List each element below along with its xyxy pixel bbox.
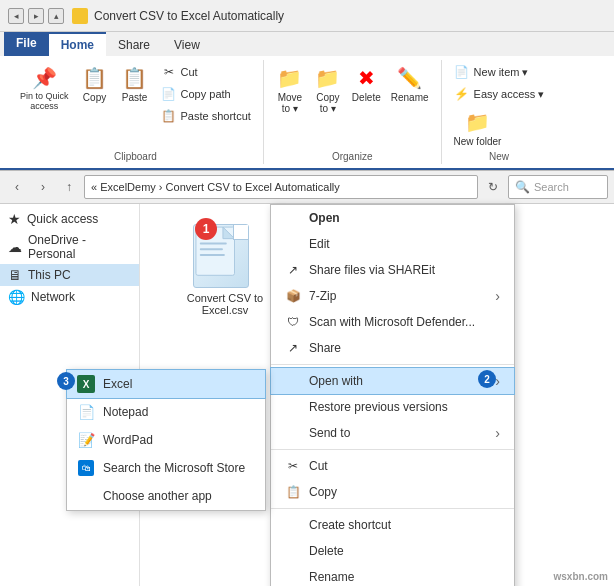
title-bar-controls[interactable]: ◂ ▸ ▴ — [8, 8, 64, 24]
clipboard-buttons: 📌 Pin to Quickaccess 📋 Copy 📋 Paste ✂ — [16, 62, 255, 149]
ctx-7zip-label: 7-Zip — [309, 289, 336, 303]
sidebar-item-this-pc-label: This PC — [28, 268, 71, 282]
watermark: wsxbn.com — [554, 571, 608, 582]
copy-to-icon: 📁 — [314, 64, 342, 92]
back-button[interactable]: ‹ — [6, 176, 28, 198]
submenu-notepad[interactable]: 📄 Notepad — [67, 398, 265, 426]
ctx-restore[interactable]: Restore previous versions — [271, 394, 514, 420]
quick-access-toolbar-up[interactable]: ▴ — [48, 8, 64, 24]
rename-button[interactable]: ✏️ Rename — [387, 62, 433, 105]
ctx-shareit-label: Share files via SHAREit — [309, 263, 435, 277]
tab-view[interactable]: View — [162, 32, 212, 56]
copy-path-button[interactable]: 📄 Copy path — [157, 84, 255, 104]
new-folder-label: New folder — [454, 136, 502, 147]
file-area: 1 — [140, 204, 614, 586]
move-to-button[interactable]: 📁 Moveto ▾ — [272, 62, 308, 116]
delete-label: Delete — [352, 92, 381, 103]
search-box[interactable]: 🔍 Search — [508, 175, 608, 199]
ctx-open-with[interactable]: Open with 2 — [271, 368, 514, 394]
new-item-icon: 📄 — [454, 64, 470, 80]
ctx-rename-label: Rename — [309, 570, 354, 584]
cut-button[interactable]: ✂ Cut — [157, 62, 255, 82]
new-item-label: New item ▾ — [474, 66, 529, 79]
ctx-send-to-icon — [285, 425, 301, 441]
this-pc-icon: 🖥 — [8, 267, 22, 283]
ctx-create-shortcut[interactable]: Create shortcut — [271, 512, 514, 538]
submenu-excel[interactable]: X Excel 3 — [67, 370, 265, 398]
ctx-shareit[interactable]: ↗ Share files via SHAREit — [271, 257, 514, 283]
ctx-defender[interactable]: 🛡 Scan with Microsoft Defender... — [271, 309, 514, 335]
address-bar: ‹ › ↑ « ExcelDemy › Convert CSV to Excel… — [0, 171, 614, 204]
copy-to-button[interactable]: 📁 Copyto ▾ — [310, 62, 346, 116]
new-item-button[interactable]: 📄 New item ▾ — [450, 62, 533, 82]
submenu-store-label: Search the Microsoft Store — [103, 461, 245, 475]
file-icon[interactable]: Convert CSV to Excel.csv — [180, 224, 270, 316]
ctx-delete[interactable]: Delete — [271, 538, 514, 564]
ctx-edit-icon — [285, 236, 301, 252]
ctx-share[interactable]: ↗ Share — [271, 335, 514, 361]
file-label: Convert CSV to Excel.csv — [180, 292, 270, 316]
sidebar-item-network[interactable]: 🌐 Network — [0, 286, 139, 308]
ctx-7zip-icon: 📦 — [285, 288, 301, 304]
easy-access-button[interactable]: ⚡ Easy access ▾ — [450, 84, 549, 104]
tab-home[interactable]: Home — [49, 32, 106, 56]
delete-button[interactable]: ✖ Delete — [348, 62, 385, 105]
tab-file[interactable]: File — [4, 32, 49, 56]
paste-shortcut-icon: 📋 — [161, 108, 177, 124]
ctx-copy-icon: 📋 — [285, 484, 301, 500]
paste-label: Paste — [122, 92, 148, 103]
ctx-7zip[interactable]: 📦 7-Zip — [271, 283, 514, 309]
search-icon: 🔍 — [515, 180, 530, 194]
ribbon-group-organize: 📁 Moveto ▾ 📁 Copyto ▾ ✖ Delete ✏️ Rename… — [264, 60, 442, 164]
paste-shortcut-button[interactable]: 📋 Paste shortcut — [157, 106, 255, 126]
move-to-icon: 📁 — [276, 64, 304, 92]
pin-to-quick-access-button[interactable]: 📌 Pin to Quickaccess — [16, 62, 73, 114]
up-button[interactable]: ↑ — [58, 176, 80, 198]
ctx-open-with-icon — [285, 373, 301, 389]
address-path-text: « ExcelDemy › Convert CSV to Excel Autom… — [91, 181, 340, 193]
store-app-icon: 🛍 — [77, 459, 95, 477]
submenu-wordpad[interactable]: 📝 WordPad — [67, 426, 265, 454]
notepad-app-icon: 📄 — [77, 403, 95, 421]
ctx-defender-label: Scan with Microsoft Defender... — [309, 315, 475, 329]
ctx-send-to[interactable]: Send to — [271, 420, 514, 446]
sidebar-item-quick-access[interactable]: ★ Quick access — [0, 208, 139, 230]
submenu-choose-app-label: Choose another app — [103, 489, 212, 503]
sidebar-item-this-pc[interactable]: 🖥 This PC — [0, 264, 139, 286]
open-with-submenu: X Excel 3 📄 Notepad 📝 WordPad 🛍 — [66, 369, 266, 511]
new-folder-button[interactable]: 📁 New folder — [450, 106, 506, 149]
quick-access-toolbar-back[interactable]: ◂ — [8, 8, 24, 24]
submenu-choose-app[interactable]: Choose another app — [67, 482, 265, 510]
ctx-copy[interactable]: 📋 Copy — [271, 479, 514, 505]
excel-app-icon: X — [77, 375, 95, 393]
window-title: Convert CSV to Excel Automatically — [94, 9, 284, 23]
paste-shortcut-label: Paste shortcut — [181, 110, 251, 122]
ctx-open[interactable]: Open — [271, 205, 514, 231]
ctx-sep-2 — [271, 449, 514, 450]
quick-access-toolbar-forward[interactable]: ▸ — [28, 8, 44, 24]
tab-share[interactable]: Share — [106, 32, 162, 56]
submenu-store-search[interactable]: 🛍 Search the Microsoft Store — [67, 454, 265, 482]
address-path[interactable]: « ExcelDemy › Convert CSV to Excel Autom… — [84, 175, 478, 199]
rename-label: Rename — [391, 92, 429, 103]
badge-3: 3 — [57, 372, 75, 390]
copy-icon: 📋 — [81, 64, 109, 92]
sidebar-item-onedrive-label: OneDrive - Personal — [28, 233, 131, 261]
ctx-restore-icon — [285, 399, 301, 415]
search-placeholder: Search — [534, 181, 569, 193]
forward-button[interactable]: › — [32, 176, 54, 198]
refresh-button[interactable]: ↻ — [482, 176, 504, 198]
ctx-edit[interactable]: Edit — [271, 231, 514, 257]
paste-button[interactable]: 📋 Paste — [117, 62, 153, 105]
sidebar-item-onedrive[interactable]: ☁ OneDrive - Personal — [0, 230, 139, 264]
ctx-rename[interactable]: Rename — [271, 564, 514, 586]
new-buttons: 📄 New item ▾ ⚡ Easy access ▾ 📁 New folde… — [450, 62, 549, 149]
copy-button[interactable]: 📋 Copy — [77, 62, 113, 105]
ctx-cut[interactable]: ✂ Cut — [271, 453, 514, 479]
wordpad-app-icon: 📝 — [77, 431, 95, 449]
svg-rect-1 — [200, 243, 227, 245]
ctx-open-icon — [285, 210, 301, 226]
pin-label: Pin to Quickaccess — [20, 92, 69, 112]
badge-2: 2 — [478, 370, 496, 388]
ctx-defender-icon: 🛡 — [285, 314, 301, 330]
